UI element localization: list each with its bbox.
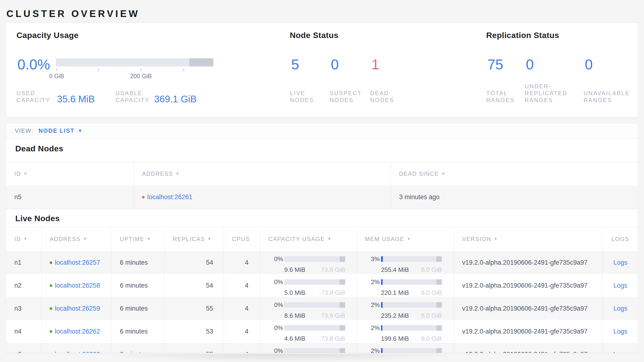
mem-used-value: 255.4 MiB: [381, 266, 409, 274]
mem-bar-reserved-segment: [436, 256, 442, 262]
dead-nodes-table-body: n5 localhost:26261 3 minutes ago: [6, 186, 638, 209]
capacity-bar-reserved-segment: [340, 279, 345, 285]
mem-bar-fill: [381, 256, 383, 262]
mem-total-value: 8.0 GiB: [421, 266, 442, 274]
sort-arrow-icon: ▼: [327, 237, 332, 242]
replication-status-title: Replication Status: [486, 31, 639, 40]
column-header-address[interactable]: ADDRESS▼: [41, 227, 112, 251]
mem-bar-track: [381, 325, 442, 331]
live-status-dot-icon: [50, 284, 52, 287]
mem-bar-fill: [381, 348, 383, 353]
summary-stat-value: 1: [372, 57, 379, 72]
logs-cell: Logs: [602, 274, 638, 297]
live-status-dot-icon: [50, 330, 52, 333]
node-address-link[interactable]: localhost:26258: [55, 282, 100, 289]
logs-link[interactable]: Logs: [614, 305, 628, 312]
sort-arrow-icon: ▼: [83, 237, 88, 242]
live-node-row: n3 localhost:26259 6 minutes 55 4 0% 8.6…: [6, 297, 638, 320]
used-capacity-value: 35.6 MiB: [57, 94, 95, 104]
replicas-cell: 54: [164, 251, 224, 274]
mem-usage-cell: 2% 225.5 MiB 8.0 GiB: [356, 343, 454, 353]
capacity-total-value: 73.8 GiB: [321, 335, 345, 342]
replication-status-section: Replication Status 75TOTAL RANGES0UNDER-…: [486, 31, 639, 111]
summary-stat-value: 5: [291, 57, 299, 72]
dead-node-id-cell: n5: [6, 186, 134, 209]
mem-percent: 2%: [365, 324, 380, 332]
mem-percent: 2%: [365, 347, 380, 353]
column-header-uptime[interactable]: UPTIME▼: [112, 227, 164, 251]
column-header-capacity-usage[interactable]: CAPACITY USAGE▼: [260, 227, 356, 251]
mem-bar-reserved-segment: [436, 325, 442, 331]
mem-percent: 2%: [365, 301, 380, 309]
capacity-percent: 0%: [268, 324, 283, 332]
logs-link[interactable]: Logs: [614, 259, 628, 266]
column-header-dead-since[interactable]: DEAD SINCE▼: [391, 162, 638, 186]
live-node-row: n6 localhost:26260 6 minutes 55 4 0% 7.8…: [6, 343, 638, 353]
logs-cell: Logs: [602, 343, 638, 353]
node-address-link[interactable]: localhost:26262: [55, 328, 100, 335]
column-header-cpus: CPUS: [224, 227, 260, 251]
sort-arrow-icon: ▼: [147, 237, 151, 242]
mem-bar-track: [381, 302, 442, 308]
logs-link[interactable]: Logs: [614, 328, 628, 335]
column-header-id[interactable]: ID▼: [6, 227, 41, 251]
dead-node-address-cell: localhost:26261: [134, 186, 391, 209]
replicas-cell: 55: [164, 343, 224, 353]
column-header-label: ADDRESS: [50, 236, 81, 242]
mem-bar-reserved-segment: [436, 279, 442, 285]
capacity-usage-section: Capacity Usage 0.0% 0 GiB200 GiB USED CA…: [16, 31, 284, 111]
node-status-title: Node Status: [290, 31, 462, 40]
column-header-label: ADDRESS: [142, 170, 173, 177]
mem-usage-cell: 2% 199.6 MiB 8.0 GiB: [356, 320, 454, 343]
summary-stat-label: LIVE NODES: [290, 90, 314, 104]
column-header-replicas[interactable]: REPLICAS▼: [164, 227, 224, 251]
logs-link[interactable]: Logs: [614, 351, 628, 353]
capacity-bar-reserved-segment: [340, 348, 345, 353]
usable-capacity-label: USABLE CAPACITY: [116, 90, 150, 104]
dead-node-address-link[interactable]: localhost:26261: [147, 194, 192, 201]
cpus-cell: 4: [224, 297, 260, 320]
summary-stat-label: UNAVAILABLE RANGES: [584, 90, 630, 104]
logs-link[interactable]: Logs: [614, 282, 628, 289]
capacity-gauge: 0 GiB200 GiB: [56, 58, 214, 80]
mem-total-value: 8.0 GiB: [421, 289, 442, 296]
capacity-percent: 0%: [268, 301, 283, 309]
capacity-usage-cell: 0% 5.0 MiB 73.8 GiB: [260, 274, 356, 297]
capacity-total-value: 73.8 GiB: [321, 289, 345, 296]
version-cell: v19.2.0-alpha.20190606-2491-gfe735c9a97: [454, 251, 602, 274]
capacity-used-value: 8.6 MiB: [284, 312, 305, 319]
column-header-address[interactable]: ADDRESS▼: [134, 162, 391, 186]
node-address-cell: localhost:26257: [41, 251, 112, 274]
replicas-cell: 55: [164, 297, 224, 320]
axis-tick-label: 0 GiB: [49, 73, 64, 80]
capacity-usage-cell: 0% 4.6 MiB 73.8 GiB: [260, 320, 356, 343]
mem-bar-reserved-segment: [436, 302, 442, 308]
column-header-label: UPTIME: [120, 236, 144, 242]
node-address-link[interactable]: localhost:26257: [55, 259, 100, 266]
dead-node-row: n5 localhost:26261 3 minutes ago: [6, 186, 638, 209]
node-address-cell: localhost:26258: [41, 274, 112, 297]
node-address-link[interactable]: localhost:26259: [55, 305, 100, 312]
mem-used-value: 199.6 MiB: [381, 335, 409, 342]
view-selector-dropdown[interactable]: NODE LIST ▼: [39, 127, 82, 134]
uptime-cell: 6 minutes: [112, 297, 164, 320]
summary-stat-value: 0: [585, 57, 593, 72]
column-header-mem-usage[interactable]: MEM USAGE▼: [356, 227, 454, 251]
live-nodes-heading: Live Nodes: [15, 214, 638, 223]
version-cell: v19.2.0-alpha.20190606-2491-gfe735c9a97: [454, 343, 602, 353]
live-node-row: n2 localhost:26258 6 minutes 54 4 0% 5.0…: [6, 274, 638, 297]
column-header-id[interactable]: ID▼: [6, 162, 134, 186]
capacity-bar-reserved-segment: [340, 256, 345, 262]
bottom-scroll-shadow: [100, 354, 458, 362]
column-header-label: DEAD SINCE: [399, 170, 439, 177]
capacity-total-value: 73.8 GiB: [321, 266, 345, 274]
capacity-gauge-track: [56, 58, 214, 67]
live-status-dot-icon: [50, 261, 52, 264]
node-id-cell: n2: [6, 274, 41, 297]
capacity-used-value: 4.6 MiB: [284, 335, 305, 342]
capacity-axis-labels: 0 GiB200 GiB: [56, 73, 214, 80]
sort-arrow-icon: ▼: [208, 237, 212, 242]
column-header-version[interactable]: VERSION▼: [454, 227, 602, 251]
view-bar: VIEW: NODE LIST ▼: [6, 123, 638, 138]
node-address-link[interactable]: localhost:26260: [55, 351, 100, 353]
